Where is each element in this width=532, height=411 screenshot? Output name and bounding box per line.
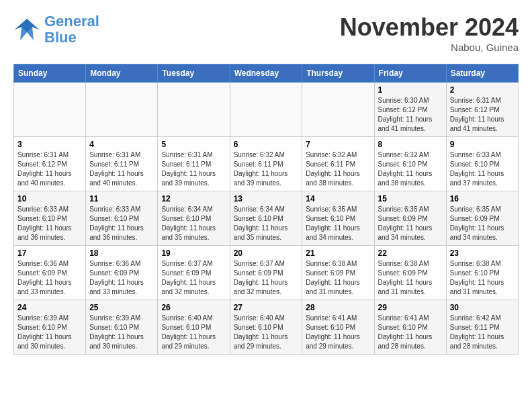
day-number: 21	[306, 248, 370, 258]
day-number: 20	[234, 248, 299, 258]
col-sunday: Sunday	[14, 64, 86, 83]
day-number: 18	[89, 248, 154, 258]
calendar-cell: 12Sunrise: 6:34 AM Sunset: 6:10 PM Dayli…	[158, 191, 230, 246]
day-info: Sunrise: 6:38 AM Sunset: 6:09 PM Dayligh…	[306, 259, 370, 297]
calendar-cell: 3Sunrise: 6:31 AM Sunset: 6:12 PM Daylig…	[14, 137, 86, 191]
calendar-cell: 14Sunrise: 6:35 AM Sunset: 6:10 PM Dayli…	[302, 191, 374, 246]
calendar-cell: 28Sunrise: 6:41 AM Sunset: 6:10 PM Dayli…	[302, 300, 374, 355]
day-number: 25	[89, 303, 154, 312]
calendar-row-3: 10Sunrise: 6:33 AM Sunset: 6:10 PM Dayli…	[14, 191, 519, 246]
day-number: 12	[161, 194, 226, 203]
col-saturday: Saturday	[446, 64, 518, 83]
calendar-cell: 15Sunrise: 6:35 AM Sunset: 6:09 PM Dayli…	[374, 191, 446, 246]
day-number: 6	[234, 140, 299, 149]
day-number: 15	[378, 194, 443, 203]
day-info: Sunrise: 6:40 AM Sunset: 6:10 PM Dayligh…	[161, 314, 226, 351]
calendar-cell: 10Sunrise: 6:33 AM Sunset: 6:10 PM Dayli…	[14, 191, 86, 246]
day-info: Sunrise: 6:32 AM Sunset: 6:11 PM Dayligh…	[234, 150, 299, 188]
calendar-cell: 27Sunrise: 6:40 AM Sunset: 6:10 PM Dayli…	[230, 300, 302, 355]
calendar-table: Sunday Monday Tuesday Wednesday Thursday…	[13, 64, 519, 355]
page-header: General Blue November 2024 Nabou, Guinea	[13, 13, 519, 53]
svg-marker-1	[15, 19, 39, 32]
day-info: Sunrise: 6:38 AM Sunset: 6:10 PM Dayligh…	[450, 259, 515, 297]
calendar-cell: 5Sunrise: 6:31 AM Sunset: 6:11 PM Daylig…	[158, 137, 230, 191]
calendar-cell: 16Sunrise: 6:35 AM Sunset: 6:09 PM Dayli…	[446, 191, 518, 246]
day-info: Sunrise: 6:36 AM Sunset: 6:09 PM Dayligh…	[17, 259, 82, 297]
day-info: Sunrise: 6:31 AM Sunset: 6:12 PM Dayligh…	[17, 150, 82, 188]
header-row: Sunday Monday Tuesday Wednesday Thursday…	[14, 64, 519, 83]
day-number: 9	[450, 140, 515, 149]
calendar-row-1: 1Sunrise: 6:30 AM Sunset: 6:12 PM Daylig…	[14, 83, 519, 137]
day-info: Sunrise: 6:33 AM Sunset: 6:10 PM Dayligh…	[17, 205, 82, 242]
day-info: Sunrise: 6:35 AM Sunset: 6:09 PM Dayligh…	[450, 205, 515, 242]
day-info: Sunrise: 6:31 AM Sunset: 6:11 PM Dayligh…	[89, 150, 154, 188]
calendar-cell: 22Sunrise: 6:38 AM Sunset: 6:09 PM Dayli…	[374, 246, 446, 300]
calendar-cell	[230, 83, 302, 137]
calendar-body: 1Sunrise: 6:30 AM Sunset: 6:12 PM Daylig…	[14, 83, 519, 355]
logo-text: General Blue	[44, 13, 99, 46]
calendar-cell: 13Sunrise: 6:34 AM Sunset: 6:10 PM Dayli…	[230, 191, 302, 246]
day-info: Sunrise: 6:37 AM Sunset: 6:09 PM Dayligh…	[161, 259, 226, 297]
calendar-cell	[86, 83, 158, 137]
day-info: Sunrise: 6:39 AM Sunset: 6:10 PM Dayligh…	[17, 314, 82, 351]
day-number: 23	[450, 248, 515, 258]
day-info: Sunrise: 6:31 AM Sunset: 6:11 PM Dayligh…	[161, 150, 226, 188]
calendar-header: Sunday Monday Tuesday Wednesday Thursday…	[14, 64, 519, 83]
calendar-cell: 23Sunrise: 6:38 AM Sunset: 6:10 PM Dayli…	[446, 246, 518, 300]
day-number: 29	[378, 303, 443, 312]
calendar-cell: 18Sunrise: 6:36 AM Sunset: 6:09 PM Dayli…	[86, 246, 158, 300]
calendar-cell: 8Sunrise: 6:32 AM Sunset: 6:10 PM Daylig…	[374, 137, 446, 191]
day-number: 5	[161, 140, 226, 149]
day-number: 19	[161, 248, 226, 258]
day-number: 17	[17, 248, 82, 258]
calendar-cell: 1Sunrise: 6:30 AM Sunset: 6:12 PM Daylig…	[374, 83, 446, 137]
calendar-cell: 2Sunrise: 6:31 AM Sunset: 6:12 PM Daylig…	[446, 83, 518, 137]
logo-line2: Blue	[44, 29, 77, 46]
day-number: 8	[378, 140, 443, 149]
logo: General Blue	[13, 13, 99, 46]
day-number: 14	[306, 194, 370, 203]
calendar-cell: 7Sunrise: 6:32 AM Sunset: 6:11 PM Daylig…	[302, 137, 374, 191]
day-number: 10	[17, 194, 82, 203]
col-wednesday: Wednesday	[230, 64, 302, 83]
day-info: Sunrise: 6:35 AM Sunset: 6:10 PM Dayligh…	[306, 205, 370, 242]
calendar-cell: 29Sunrise: 6:41 AM Sunset: 6:10 PM Dayli…	[374, 300, 446, 355]
day-info: Sunrise: 6:33 AM Sunset: 6:10 PM Dayligh…	[89, 205, 154, 242]
day-number: 3	[17, 140, 82, 149]
day-number: 22	[378, 248, 443, 258]
calendar-cell: 4Sunrise: 6:31 AM Sunset: 6:11 PM Daylig…	[86, 137, 158, 191]
calendar-cell: 17Sunrise: 6:36 AM Sunset: 6:09 PM Dayli…	[14, 246, 86, 300]
col-monday: Monday	[86, 64, 158, 83]
day-number: 28	[306, 303, 370, 312]
day-info: Sunrise: 6:32 AM Sunset: 6:10 PM Dayligh…	[378, 150, 443, 188]
calendar-cell: 19Sunrise: 6:37 AM Sunset: 6:09 PM Dayli…	[158, 246, 230, 300]
day-info: Sunrise: 6:34 AM Sunset: 6:10 PM Dayligh…	[234, 205, 299, 242]
calendar-cell: 26Sunrise: 6:40 AM Sunset: 6:10 PM Dayli…	[158, 300, 230, 355]
calendar-cell: 11Sunrise: 6:33 AM Sunset: 6:10 PM Dayli…	[86, 191, 158, 246]
day-info: Sunrise: 6:34 AM Sunset: 6:10 PM Dayligh…	[161, 205, 226, 242]
calendar-cell: 21Sunrise: 6:38 AM Sunset: 6:09 PM Dayli…	[302, 246, 374, 300]
calendar-row-4: 17Sunrise: 6:36 AM Sunset: 6:09 PM Dayli…	[14, 246, 519, 300]
day-number: 26	[161, 303, 226, 312]
calendar-row-2: 3Sunrise: 6:31 AM Sunset: 6:12 PM Daylig…	[14, 137, 519, 191]
day-number: 16	[450, 194, 515, 203]
day-number: 24	[17, 303, 82, 312]
month-title: November 2024	[340, 13, 519, 42]
logo-line1: General	[44, 13, 99, 30]
calendar-cell: 6Sunrise: 6:32 AM Sunset: 6:11 PM Daylig…	[230, 137, 302, 191]
day-info: Sunrise: 6:35 AM Sunset: 6:09 PM Dayligh…	[378, 205, 443, 242]
calendar-cell: 24Sunrise: 6:39 AM Sunset: 6:10 PM Dayli…	[14, 300, 86, 355]
day-info: Sunrise: 6:41 AM Sunset: 6:10 PM Dayligh…	[306, 314, 370, 351]
day-info: Sunrise: 6:39 AM Sunset: 6:10 PM Dayligh…	[89, 314, 154, 351]
calendar-cell: 20Sunrise: 6:37 AM Sunset: 6:09 PM Dayli…	[230, 246, 302, 300]
calendar-cell	[158, 83, 230, 137]
col-tuesday: Tuesday	[158, 64, 230, 83]
day-info: Sunrise: 6:36 AM Sunset: 6:09 PM Dayligh…	[89, 259, 154, 297]
day-number: 30	[450, 303, 515, 312]
col-thursday: Thursday	[302, 64, 374, 83]
day-info: Sunrise: 6:37 AM Sunset: 6:09 PM Dayligh…	[234, 259, 299, 297]
day-number: 27	[234, 303, 299, 312]
col-friday: Friday	[374, 64, 446, 83]
day-info: Sunrise: 6:38 AM Sunset: 6:09 PM Dayligh…	[378, 259, 443, 297]
day-number: 13	[234, 194, 299, 203]
